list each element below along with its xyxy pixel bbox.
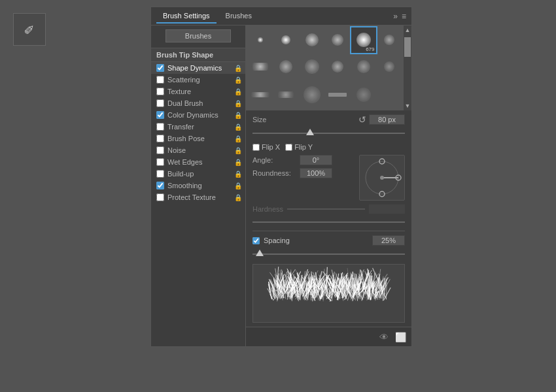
lock-icon-3: 🔒 <box>234 100 242 107</box>
lock-icon-0: 🔒 <box>234 65 242 72</box>
sidebar-item-color-dynamics[interactable]: Color Dynamics 🔒 <box>151 109 245 121</box>
noise-checkbox[interactable] <box>156 146 164 154</box>
brush-cell[interactable] <box>351 80 376 108</box>
brush-cell[interactable] <box>351 54 376 80</box>
brush-preview-grid: 679 <box>246 25 411 110</box>
size-input[interactable] <box>369 114 405 125</box>
scrollbar-thumb[interactable] <box>404 37 411 57</box>
brush-cell[interactable] <box>274 54 299 80</box>
brush-pose-checkbox[interactable] <box>156 135 164 142</box>
panel-menu-icon[interactable]: ≡ <box>402 12 406 21</box>
scroll-up-arrow[interactable]: ▲ <box>405 25 411 35</box>
brush-cell[interactable] <box>248 54 273 80</box>
texture-checkbox[interactable] <box>156 88 164 95</box>
stroke-preview <box>252 264 405 323</box>
sidebar-item-wet-edges[interactable]: Wet Edges 🔒 <box>151 156 245 168</box>
lock-icon-11: 🔒 <box>234 194 242 201</box>
brush-cell-selected[interactable]: 679 <box>351 27 376 53</box>
tab-brush-settings[interactable]: Brush Settings <box>156 9 217 24</box>
roundness-field-row: Roundness: <box>252 168 353 178</box>
spacing-row: Spacing <box>252 235 405 246</box>
visibility-icon[interactable]: 👁 <box>379 332 389 342</box>
brush-cell[interactable] <box>326 27 351 53</box>
tool-icon-box: ✏ <box>13 13 46 46</box>
color-dynamics-checkbox[interactable] <box>156 111 164 119</box>
lock-icon-7: 🔒 <box>234 147 242 154</box>
brush-tip-shape-header[interactable]: Brush Tip Shape <box>151 48 245 62</box>
sidebar-item-shape-dynamics[interactable]: Shape Dynamics 🔒 <box>151 62 245 74</box>
lock-icon-1: 🔒 <box>234 76 242 84</box>
wet-edges-checkbox[interactable] <box>156 158 164 166</box>
sidebar-item-brush-pose[interactable]: Brush Pose 🔒 <box>151 133 245 144</box>
brush-cell[interactable] <box>274 27 299 53</box>
hardness-slider-container <box>252 216 405 227</box>
brush-cell[interactable] <box>248 27 273 53</box>
size-slider-thumb[interactable] <box>306 129 314 135</box>
panel-header: Brush Settings Brushes » ≡ <box>151 7 411 25</box>
brush-size-label: 679 <box>366 46 374 52</box>
size-label: Size <box>252 116 288 123</box>
section-divider <box>252 231 405 231</box>
transfer-checkbox[interactable] <box>156 123 164 131</box>
sidebar-item-noise[interactable]: Noise 🔒 <box>151 144 245 156</box>
reset-icon[interactable]: ↺ <box>358 114 366 125</box>
stroke-canvas <box>253 265 404 322</box>
protect-texture-checkbox[interactable] <box>156 193 164 201</box>
sidebar-item-dual-brush[interactable]: Dual Brush 🔒 <box>151 97 245 109</box>
scroll-down-arrow[interactable]: ▼ <box>405 101 411 110</box>
tab-brushes[interactable]: Brushes <box>219 9 258 24</box>
brush-cell[interactable] <box>326 80 351 108</box>
angle-circle-svg <box>362 158 402 197</box>
content-area: 679 <box>246 25 411 346</box>
hardness-slider-track <box>252 221 405 223</box>
sidebar-item-smoothing[interactable]: Smoothing 🔒 <box>151 180 245 191</box>
create-new-icon[interactable]: ⬜ <box>395 332 406 342</box>
svg-point-2 <box>380 176 384 180</box>
brush-cell[interactable] <box>326 54 351 80</box>
flip-row: Flip X Flip Y <box>252 143 405 151</box>
angle-circle-box[interactable] <box>359 155 405 201</box>
flip-y-label[interactable]: Flip Y <box>285 143 313 151</box>
brush-cell[interactable] <box>274 80 299 108</box>
build-up-checkbox[interactable] <box>156 170 164 178</box>
sidebar: Brushes Brush Tip Shape Shape Dynamics 🔒… <box>151 25 246 346</box>
spacing-input[interactable] <box>372 235 405 246</box>
sidebar-item-scattering[interactable]: Scattering 🔒 <box>151 74 245 86</box>
spacing-label: Spacing <box>264 237 290 244</box>
flip-x-checkbox[interactable] <box>252 144 260 151</box>
angle-fields: Angle: Roundness: <box>252 155 353 181</box>
sidebar-item-protect-texture[interactable]: Protect Texture 🔒 <box>151 191 245 203</box>
brush-cell[interactable] <box>300 27 324 53</box>
size-slider-track <box>252 133 405 134</box>
spacing-slider-thumb[interactable] <box>256 250 264 256</box>
flip-y-checkbox[interactable] <box>285 144 292 151</box>
sidebar-item-texture[interactable]: Texture 🔒 <box>151 86 245 97</box>
scattering-checkbox[interactable] <box>156 76 164 84</box>
brush-cell[interactable] <box>377 54 402 80</box>
size-row: Size ↺ <box>252 114 405 125</box>
roundness-input[interactable] <box>300 168 332 178</box>
sidebar-item-build-up[interactable]: Build-up 🔒 <box>151 168 245 180</box>
brush-cell[interactable] <box>377 27 402 53</box>
brush-cell[interactable] <box>377 80 402 108</box>
size-slider-container <box>252 127 405 138</box>
smoothing-checkbox[interactable] <box>156 182 164 189</box>
panel-header-icons: » ≡ <box>393 12 406 21</box>
brush-cell[interactable] <box>300 54 324 80</box>
brush-cell[interactable] <box>248 80 273 108</box>
hardness-section: Hardness <box>252 204 405 227</box>
panel-body: Brushes Brush Tip Shape Shape Dynamics 🔒… <box>151 25 411 346</box>
spacing-slider-track <box>252 253 405 255</box>
lock-icon-8: 🔒 <box>234 159 242 166</box>
spacing-checkbox[interactable] <box>252 237 260 244</box>
bottom-bar: 👁 ⬜ <box>246 327 411 346</box>
sidebar-item-transfer[interactable]: Transfer 🔒 <box>151 121 245 133</box>
brushes-button[interactable]: Brushes <box>165 29 231 42</box>
dual-brush-checkbox[interactable] <box>156 99 164 107</box>
brush-cell[interactable] <box>300 80 324 108</box>
angle-input[interactable] <box>300 155 332 165</box>
shape-dynamics-checkbox[interactable] <box>156 64 164 72</box>
flip-x-label[interactable]: Flip X <box>252 143 280 151</box>
panel-expand-icon[interactable]: » <box>393 12 398 21</box>
brush-tool-icon: ✏ <box>20 20 39 39</box>
